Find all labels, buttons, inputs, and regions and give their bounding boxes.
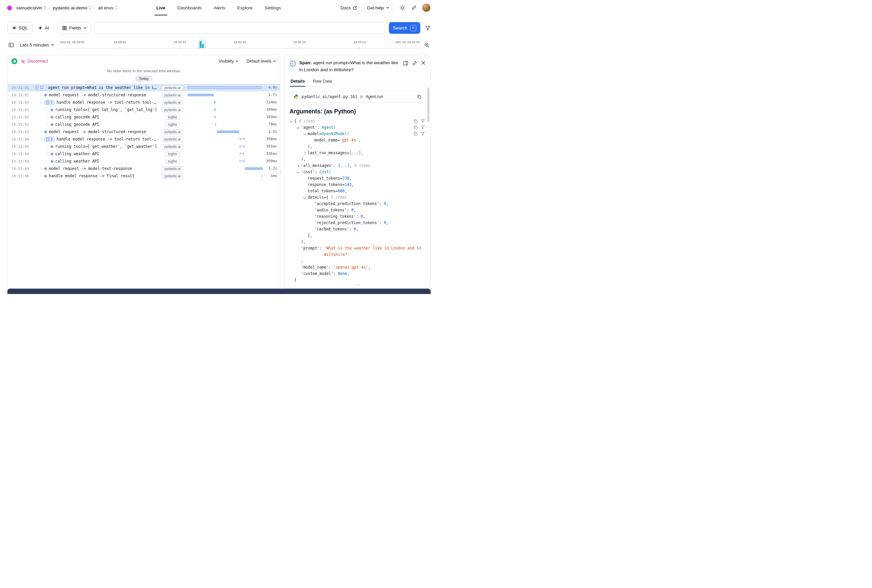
filter-icon[interactable] xyxy=(421,125,425,130)
trace-row[interactable]: 19:31:03model request -> model-structure… xyxy=(8,128,280,135)
trace-row[interactable]: 19:31:04calling weather APIlogfire350ms xyxy=(8,158,280,165)
code-line: 'audio_tokens': 0, xyxy=(289,207,426,213)
visibility-dropdown[interactable]: Visibility xyxy=(219,59,238,63)
user-avatar[interactable] xyxy=(422,3,431,12)
code-token: , xyxy=(368,265,370,270)
close-details-button[interactable] xyxy=(421,60,426,65)
nav-tab-settings[interactable]: Settings xyxy=(265,0,281,15)
code-caret-down-icon[interactable] xyxy=(297,126,299,129)
code-caret-down-icon[interactable] xyxy=(297,171,299,173)
copy-source-button[interactable] xyxy=(417,94,422,99)
code-token: 'custom_model' xyxy=(301,271,333,276)
trace-name: −3handle model response -> tool-return t… xyxy=(34,100,158,105)
trace-span-bar xyxy=(187,86,262,89)
trace-tag-cell: logfire xyxy=(158,122,187,127)
copy-icon[interactable] xyxy=(413,132,418,136)
code-token: , xyxy=(301,258,303,263)
code-caret-down-icon[interactable] xyxy=(303,196,306,199)
bottom-drawer-bar[interactable] xyxy=(7,289,431,294)
ai-mode-button[interactable]: AI xyxy=(35,22,52,34)
search-input[interactable] xyxy=(94,22,385,34)
code-token: ), xyxy=(308,144,312,149)
code-caret-right-icon[interactable] xyxy=(297,165,299,167)
trace-row[interactable]: 19:31:02running tools=['get_lat_lng', 'g… xyxy=(8,106,280,113)
breadcrumb-item[interactable]: pydantic-ai-demo xyxy=(53,5,91,10)
external-link-icon xyxy=(353,6,357,10)
breadcrumb-item[interactable]: samuelcolvin xyxy=(16,5,46,10)
logfire-logo-icon[interactable] xyxy=(6,4,12,11)
theme-toggle-button[interactable] xyxy=(399,4,406,11)
nav-tab-explore[interactable]: Explore xyxy=(237,0,253,15)
source-location-chip[interactable]: pydantic_ai/agent.py:161 in Agent.run xyxy=(289,91,426,103)
trace-row[interactable]: 19:31:04calling weather APIlogfire335ms xyxy=(8,150,280,158)
details-tab-raw-data[interactable]: Raw Data xyxy=(313,77,333,86)
trace-tag-cell: pydantic-ai xyxy=(158,166,187,171)
tree-connector xyxy=(46,115,49,117)
nav-tab-alerts[interactable]: Alerts xyxy=(214,0,225,15)
code-token: }, xyxy=(308,233,312,238)
get-help-button[interactable]: Get help xyxy=(362,3,394,13)
trace-row[interactable]: 19:31:02calling geocode APIlogfire79ms xyxy=(8,121,280,128)
copy-link-button[interactable] xyxy=(412,60,417,66)
code-line: 'prompt': 'What is the weather like in L… xyxy=(289,245,426,264)
disconnect-button[interactable]: Disconnect xyxy=(20,59,48,64)
nav-tab-live[interactable]: Live xyxy=(156,0,165,15)
trace-text: running tools=['get_lat_lng', 'get_lat_l… xyxy=(55,107,157,112)
collapse-badge[interactable]: −3 xyxy=(45,137,54,142)
copy-icon[interactable] xyxy=(413,119,418,123)
breadcrumb-item[interactable]: all envs xyxy=(98,5,117,10)
trace-row[interactable]: 19:31:01model request -> model-structure… xyxy=(8,91,280,99)
default-levels-dropdown[interactable]: Default levels xyxy=(246,59,276,63)
code-line: response_tokens=142, xyxy=(289,182,426,188)
trace-name: calling geocode API xyxy=(34,122,158,127)
trace-row[interactable]: 19:31:06handle model response -> final r… xyxy=(8,172,280,180)
time-range-dropdown[interactable]: Last 5 minutes xyxy=(18,42,57,48)
trace-span-bar xyxy=(240,152,244,156)
collapse-badge[interactable]: −12 xyxy=(34,85,46,90)
search-button[interactable]: Search ↵ xyxy=(389,22,420,34)
details-tab-details[interactable]: Details xyxy=(290,77,305,86)
filter-button[interactable] xyxy=(425,25,431,31)
timeline-selection[interactable] xyxy=(198,40,206,48)
details-resize-handle[interactable]: ⋯ xyxy=(355,282,360,288)
code-token: : xyxy=(333,271,338,276)
top-navbar: samuelcolvin/pydantic-ai-demo/all envs L… xyxy=(0,0,436,15)
trace-timestamp: 19:31:04 xyxy=(8,144,34,149)
code-caret-down-icon[interactable] xyxy=(303,132,306,135)
trace-span-bar xyxy=(240,138,244,141)
filter-icon[interactable] xyxy=(421,119,425,123)
sql-mode-button[interactable]: SQL xyxy=(7,22,33,34)
timeline-ruler[interactable]: Nov 18, 19:29:0419:29:5419:30:4419:31:34… xyxy=(60,39,420,51)
dock-panel-icon xyxy=(403,60,408,66)
docs-link[interactable]: Docs xyxy=(340,5,357,10)
trace-row[interactable]: 19:31:04−3handle model response -> tool-… xyxy=(8,135,280,143)
copy-icon[interactable] xyxy=(413,125,418,130)
trace-name: calling weather API xyxy=(34,152,158,156)
span-diamond-icon xyxy=(51,123,54,126)
nav-tab-dashboards[interactable]: Dashboards xyxy=(177,0,202,15)
filter-icon[interactable] xyxy=(421,132,425,136)
trace-row[interactable]: 19:31:04running tools=['get_weather', 'g… xyxy=(8,143,280,150)
trace-row[interactable]: 19:31:04model request -> model-text-resp… xyxy=(8,165,280,172)
zoom-in-button[interactable] xyxy=(423,41,431,49)
code-caret-down-icon[interactable] xyxy=(290,120,292,122)
code-caret-right-icon[interactable] xyxy=(303,152,306,154)
breadcrumb-sort-icon xyxy=(43,6,46,10)
fields-dropdown-button[interactable]: Fields xyxy=(57,22,91,34)
dock-panel-button[interactable] xyxy=(403,60,408,66)
sidebar-toggle-button[interactable] xyxy=(7,41,15,49)
panel-resize-handle[interactable]: ⋮⋮ xyxy=(274,170,283,173)
collapse-badge[interactable]: −3 xyxy=(45,100,54,105)
timeline-tick-mark xyxy=(360,47,360,48)
source-context: Agent.run xyxy=(366,94,383,99)
today-button[interactable]: Today xyxy=(135,76,152,82)
trace-row[interactable]: 19:31:01−12agent run prompt=What is the … xyxy=(8,84,280,91)
trace-row[interactable]: 19:31:02−3handle model response -> tool-… xyxy=(8,99,280,106)
trace-text: handle model response -> tool-return too… xyxy=(57,100,158,105)
trace-duration: 109ms xyxy=(266,107,277,112)
trace-gantt: 1.2s xyxy=(187,165,280,172)
trace-row[interactable]: 19:31:02calling geocode APIlogfire103ms xyxy=(8,113,280,121)
details-scrollbar-thumb[interactable] xyxy=(427,87,429,122)
live-status-icon[interactable] xyxy=(11,58,17,64)
share-link-button[interactable] xyxy=(411,4,417,11)
